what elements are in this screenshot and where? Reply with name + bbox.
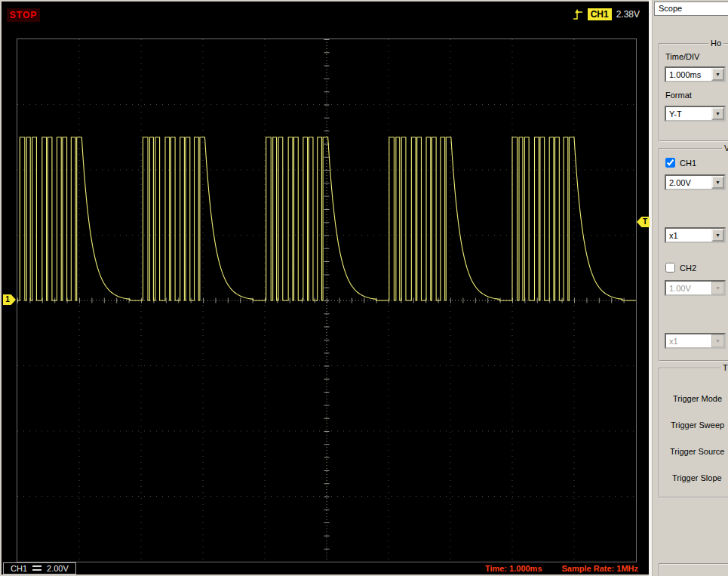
ch1-checkbox-label: CH1 [680,159,696,168]
panel-title: Scope [654,2,728,16]
ch1-probe-select[interactable]: x1 ▼ [665,227,726,243]
timebase-readouts: Time: 1.000ms Sample Rate: 1MHz [485,564,638,573]
waveform-plot [17,39,636,562]
graticule [17,39,637,562]
ch1-enable-checkbox[interactable]: CH1 [665,158,696,168]
ch1-checkbox-input[interactable] [665,158,675,168]
ch1-label: CH1 [11,564,27,573]
trigger-source-label: Trigger Source [670,447,724,456]
ch1-scale-readout: CH1 2.00V [3,562,76,574]
dropdown-arrow-icon[interactable]: ▼ [711,107,724,120]
samplerate-readout: Sample Rate: 1MHz [562,564,638,573]
vertical-group-label: V [722,143,728,152]
timediv-select[interactable]: 1.000ms ▼ [665,66,726,82]
trigger-slope-icon [573,8,583,21]
timebase-readout: Time: 1.000ms [485,564,542,573]
dropdown-arrow-icon[interactable]: ▼ [711,68,724,81]
trigger-slope-label: Trigger Slope [672,473,722,482]
bottom-group-partial [659,563,728,576]
ch2-scale-value: 1.00V [666,284,711,293]
ch1-scale-select[interactable]: 2.00V ▼ [665,174,726,190]
ch1-probe-value: x1 [666,231,711,240]
ch1-scale-value: 2.00V [47,564,69,573]
horizontal-group-label: Ho [708,39,723,48]
ch2-probe-value: x1 [666,337,711,346]
ch1-ground-marker[interactable]: 1 [3,294,16,305]
trigger-mode-label: Trigger Mode [673,394,722,403]
trigger-level-marker[interactable]: T [637,217,650,227]
ch1-scale-value: 2.00V [666,178,711,187]
dropdown-arrow-icon[interactable]: ▼ [711,176,724,189]
timediv-value: 1.000ms [666,70,711,79]
trigger-level-value: 2.38V [616,9,640,20]
dropdown-arrow-icon[interactable]: ▼ [711,229,724,242]
format-label: Format [665,91,692,100]
ch2-enable-checkbox[interactable]: CH2 [665,263,696,273]
trigger-readout: CH1 2.38V [573,8,640,21]
status-bar: CH1 2.00V Time: 1.000ms Sample Rate: 1MH… [2,562,649,574]
ch2-scale-select: 1.00V ▼ [665,280,726,296]
trigger-group-label: T [720,363,728,372]
format-select[interactable]: Y-T ▼ [665,106,726,122]
timediv-label: Time/DIV [665,52,699,61]
acquisition-status: STOP [7,8,40,22]
control-panel: Scope Ho Time/DIV 1.000ms ▼ Format Y-T ▼… [653,0,728,576]
dropdown-arrow-icon: ▼ [711,334,724,347]
ch2-checkbox-input[interactable] [665,263,675,273]
scope-display-window: STOP CH1 2.38V 1 T CH1 2.00V Time: 1.000… [2,2,649,574]
trigger-channel-badge: CH1 [588,8,612,20]
trigger-sweep-label: Trigger Sweep [671,420,724,430]
dc-coupling-icon [32,565,41,571]
format-value: Y-T [666,109,711,119]
dropdown-arrow-icon: ▼ [711,282,724,294]
ch2-probe-select: x1 ▼ [665,333,726,349]
ch2-checkbox-label: CH2 [680,263,696,273]
